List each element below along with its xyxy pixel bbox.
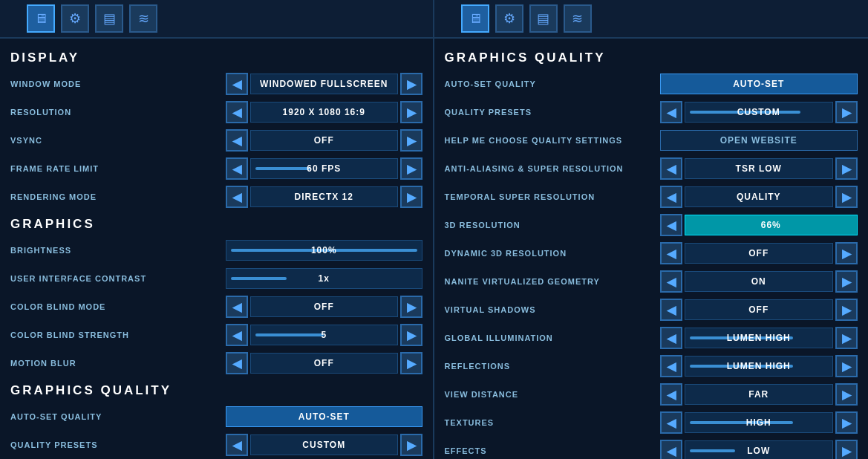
control-vsync: ◀OFF▶ <box>226 129 422 152</box>
right-arrow-window-mode[interactable]: ▶ <box>400 73 422 95</box>
nav-icon-layout-left[interactable]: ▤ <box>95 4 123 33</box>
left-arrow-global-illumination[interactable]: ◀ <box>660 327 682 349</box>
left-arrow-effects[interactable]: ◀ <box>660 440 682 459</box>
setting-row-window-mode: WINDOW MODE◀WINDOWED FULLSCREEN▶ <box>10 71 422 97</box>
label-rendering-mode: RENDERING MODE <box>10 192 226 201</box>
left-arrow-dynamic-3d-res[interactable]: ◀ <box>660 242 682 264</box>
right-arrow-quality-presets-left[interactable]: ▶ <box>400 434 422 456</box>
label-user-interface-contrast: USER INTERFACE CONTRAST <box>10 274 226 283</box>
left-arrow-rendering-mode[interactable]: ◀ <box>226 186 248 208</box>
label-brightness: BRIGHTNESS <box>10 246 226 255</box>
label-3d-resolution: 3D RESOLUTION <box>445 221 660 230</box>
nav-icon-person-right[interactable]: ≋ <box>564 4 592 33</box>
label-auto-set-quality-left: AUTO-SET QUALITY <box>10 412 226 421</box>
left-arrow-quality-presets-left[interactable]: ◀ <box>226 434 248 456</box>
right-arrow-color-blind-strength[interactable]: ▶ <box>400 324 422 346</box>
left-arrow-motion-blur[interactable]: ◀ <box>226 352 248 374</box>
value-nanite-virt-geo: ON <box>685 271 834 292</box>
control-nanite-virt-geo: ◀ON▶ <box>660 270 858 293</box>
label-quality-presets-left: QUALITY PRESETS <box>10 440 226 449</box>
left-arrow-color-blind-mode[interactable]: ◀ <box>226 296 248 318</box>
right-arrow-rendering-mode[interactable]: ▶ <box>400 186 422 208</box>
main-content: DISPLAYWINDOW MODE◀WINDOWED FULLSCREEN▶R… <box>0 39 868 459</box>
right-arrow-global-illumination[interactable]: ▶ <box>835 327 858 349</box>
setting-row-3d-resolution: 3D RESOLUTION◀66% <box>445 212 858 238</box>
control-3d-resolution: ◀66% <box>660 214 858 236</box>
value-vsync: OFF <box>250 130 398 151</box>
label-resolution: RESOLUTION <box>10 108 226 117</box>
left-arrow-temporal-super-res[interactable]: ◀ <box>660 186 682 208</box>
nav-icon-monitor-right[interactable]: 🖥 <box>461 4 489 33</box>
nav-icon-gear-left[interactable]: ⚙ <box>61 4 89 33</box>
left-arrow-3d-resolution[interactable]: ◀ <box>660 214 682 236</box>
right-arrow-view-distance[interactable]: ▶ <box>835 383 858 406</box>
nav-icon-layout-right[interactable]: ▤ <box>529 4 558 33</box>
right-arrow-reflections[interactable]: ▶ <box>835 355 858 377</box>
control-color-blind-strength: ◀5▶ <box>226 324 422 346</box>
control-reflections: ◀LUMEN HIGH▶ <box>660 355 858 377</box>
left-arrow-resolution[interactable]: ◀ <box>226 101 248 123</box>
setting-row-anti-aliasing-right: ANTI-ALIASING & SUPER RESOLUTION◀TSR LOW… <box>445 156 858 181</box>
value-color-blind-mode: OFF <box>251 302 397 312</box>
nav-icon-person-left[interactable]: ≋ <box>129 4 157 33</box>
left-arrow-color-blind-strength[interactable]: ◀ <box>226 324 248 346</box>
label-reflections: REFLECTIONS <box>445 362 660 371</box>
label-auto-set-quality-right: AUTO-SET QUALITY <box>445 79 660 88</box>
bar-effects: LOW <box>685 440 834 459</box>
left-arrow-anti-aliasing-right[interactable]: ◀ <box>660 157 682 180</box>
right-arrow-textures[interactable]: ▶ <box>835 411 858 434</box>
bar-motion-blur: OFF <box>250 353 398 374</box>
value-temporal-super-res: QUALITY <box>685 186 834 207</box>
control-quality-presets-right: ◀CUSTOM▶ <box>660 101 858 123</box>
left-arrow-vsync[interactable]: ◀ <box>226 129 248 152</box>
right-arrow-virtual-shadows[interactable]: ▶ <box>835 299 858 321</box>
left-arrow-virtual-shadows[interactable]: ◀ <box>660 299 682 321</box>
right-arrow-quality-presets-right[interactable]: ▶ <box>835 101 858 123</box>
bar-brightness[interactable]: 100% <box>226 240 422 261</box>
left-arrow-window-mode[interactable]: ◀ <box>226 73 248 95</box>
label-global-illumination: GLOBAL ILLUMINATION <box>445 333 660 342</box>
right-panel: GRAPHICS QUALITYAUTO-SET QUALITYAUTO-SET… <box>434 39 869 459</box>
label-help-me-right: HELP ME CHOOSE QUALITY SETTINGS <box>445 136 660 145</box>
right-arrow-vsync[interactable]: ▶ <box>400 129 422 152</box>
value-window-mode: WINDOWED FULLSCREEN <box>250 74 398 94</box>
right-arrow-resolution[interactable]: ▶ <box>400 101 422 123</box>
bar-user-interface-contrast[interactable]: 1x <box>226 268 422 289</box>
value-anti-aliasing-right: TSR LOW <box>685 158 834 179</box>
setting-row-color-blind-mode: COLOR BLIND MODE◀OFF▶ <box>10 294 422 319</box>
right-arrow-effects[interactable]: ▶ <box>835 440 858 459</box>
control-window-mode: ◀WINDOWED FULLSCREEN▶ <box>226 73 422 95</box>
right-arrow-nanite-virt-geo[interactable]: ▶ <box>835 270 858 293</box>
setting-row-help-me-right: HELP ME CHOOSE QUALITY SETTINGSOPEN WEBS… <box>445 128 858 153</box>
setting-row-quality-presets-right: QUALITY PRESETS◀CUSTOM▶ <box>445 100 858 125</box>
left-arrow-quality-presets-right[interactable]: ◀ <box>660 101 682 123</box>
control-temporal-super-res: ◀QUALITY▶ <box>660 186 858 208</box>
control-quality-presets-left: ◀CUSTOM▶ <box>226 434 422 456</box>
right-arrow-dynamic-3d-res[interactable]: ▶ <box>835 242 858 264</box>
left-arrow-frame-rate-limit[interactable]: ◀ <box>226 157 248 180</box>
value-rendering-mode: DIRECTX 12 <box>250 186 398 207</box>
section-header-display: DISPLAY <box>10 46 422 71</box>
label-temporal-super-res: TEMPORAL SUPER RESOLUTION <box>445 192 660 201</box>
right-arrow-color-blind-mode[interactable]: ▶ <box>400 296 422 318</box>
right-arrow-anti-aliasing-right[interactable]: ▶ <box>835 157 858 180</box>
value-auto-set-quality-right[interactable]: AUTO-SET <box>660 74 858 94</box>
setting-row-resolution: RESOLUTION◀1920 X 1080 16:9▶ <box>10 100 422 125</box>
left-arrow-textures[interactable]: ◀ <box>660 411 682 434</box>
bar-textures: HIGH <box>685 412 834 433</box>
label-quality-presets-right: QUALITY PRESETS <box>445 108 660 117</box>
setting-row-view-distance: VIEW DISTANCE◀FAR▶ <box>445 382 858 407</box>
left-arrow-reflections[interactable]: ◀ <box>660 355 682 377</box>
nav-icon-gear-right[interactable]: ⚙ <box>495 4 523 33</box>
nav-icon-monitor-left[interactable]: 🖥 <box>27 4 55 33</box>
right-arrow-motion-blur[interactable]: ▶ <box>400 352 422 374</box>
left-arrow-nanite-virt-geo[interactable]: ◀ <box>660 270 682 293</box>
control-resolution: ◀1920 X 1080 16:9▶ <box>226 101 422 123</box>
value-auto-set-quality-left[interactable]: AUTO-SET <box>226 406 422 427</box>
label-dynamic-3d-res: DYNAMIC 3D RESOLUTION <box>445 249 660 258</box>
label-view-distance: VIEW DISTANCE <box>445 390 660 399</box>
right-arrow-temporal-super-res[interactable]: ▶ <box>835 186 858 208</box>
label-motion-blur: MOTION BLUR <box>10 359 226 368</box>
left-arrow-view-distance[interactable]: ◀ <box>660 383 682 406</box>
right-arrow-frame-rate-limit[interactable]: ▶ <box>400 157 422 180</box>
